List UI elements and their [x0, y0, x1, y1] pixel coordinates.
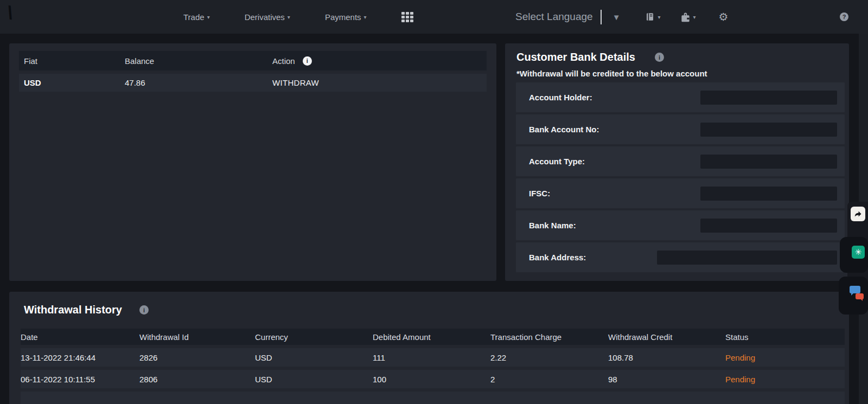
- table-row: 13-11-2022 21:46:44 2826 USD 111 2.22 10…: [21, 348, 845, 367]
- field-label: Bank Account No:: [529, 125, 599, 134]
- chevron-down-icon: ▾: [658, 14, 660, 20]
- cell-currency: USD: [255, 375, 373, 384]
- bank-details-title: Customer Bank Details: [516, 51, 635, 63]
- field-row-ifsc: IFSC:: [516, 178, 845, 208]
- col-debited-amount: Debited Amount: [373, 332, 490, 342]
- customer-bank-details-panel: Customer Bank Details i *Withdrawal will…: [505, 43, 849, 281]
- col-transaction-charge: Transaction Charge: [490, 332, 608, 342]
- chevron-down-icon: ▾: [207, 14, 210, 20]
- cell-withdrawal-id: 2826: [139, 353, 255, 362]
- cell-debited-amount: 111: [373, 353, 490, 362]
- logo-mark: \: [7, 2, 14, 24]
- field-row-bank-name: Bank Name:: [516, 210, 845, 240]
- fiat-table-header: Fiat Balance Action i: [19, 51, 487, 70]
- field-row-bank-account-no: Bank Account No:: [516, 114, 845, 144]
- col-withdrawal-id: Withdrawal Id: [139, 332, 255, 342]
- divider: [601, 10, 602, 24]
- action-info-icon[interactable]: i: [303, 56, 312, 66]
- chevron-down-icon: ▾: [364, 14, 367, 20]
- ifsc-input[interactable]: [700, 187, 837, 201]
- wallet-lock-icon: [680, 11, 691, 23]
- cell-date: 13-11-2022 21:46:44: [21, 353, 139, 362]
- col-date: Date: [21, 332, 139, 342]
- header-right-cluster: Select Language ▼ ▾ ▾ ⚙: [515, 0, 728, 34]
- status-badge: Pending: [725, 375, 845, 384]
- withdrawal-history-table: Date Withdrawal Id Currency Debited Amou…: [21, 329, 845, 404]
- language-dropdown-icon[interactable]: ▼: [612, 12, 621, 22]
- fiat-balance: 47.86: [120, 78, 267, 87]
- fiat-table: Fiat Balance Action i USD 47.86 WITHDRAW: [19, 51, 487, 92]
- fiat-balance-panel: Fiat Balance Action i USD 47.86 WITHDRAW: [9, 43, 496, 281]
- withdrawal-history-info-icon[interactable]: i: [139, 305, 149, 315]
- account-type-input[interactable]: [700, 155, 837, 169]
- withdrawal-credit-note: *Withdrawal will be credited to the belo…: [516, 69, 707, 78]
- chevron-down-icon: ▾: [288, 14, 290, 20]
- chatgpt-extension-icon[interactable]: ✳: [852, 246, 865, 259]
- field-row-bank-address: Bank Address:: [516, 242, 845, 272]
- wallet-menu[interactable]: ▾: [680, 11, 696, 23]
- cell-withdrawal-id: 2806: [139, 375, 255, 384]
- fiat-row-usd: USD 47.86 WITHDRAW: [19, 74, 487, 92]
- fiat-currency: USD: [19, 78, 120, 87]
- table-row-partial: [21, 392, 845, 404]
- cell-debited-amount: 100: [373, 375, 490, 384]
- bank-name-input[interactable]: [700, 219, 837, 233]
- field-label: IFSC:: [529, 189, 550, 198]
- withdrawal-history-header: Date Withdrawal Id Currency Debited Amou…: [21, 329, 845, 345]
- settings-gear-icon[interactable]: ⚙: [719, 11, 729, 22]
- nav-derivatives[interactable]: Derivatives ▾: [245, 12, 290, 22]
- main-nav: Trade ▾ Derivatives ▾ Payments ▾: [183, 0, 413, 34]
- field-label: Bank Name:: [529, 221, 576, 230]
- share-arrow-icon[interactable]: [851, 207, 865, 221]
- chevron-down-icon: ▾: [693, 14, 696, 20]
- cell-withdrawal-credit: 108.78: [608, 353, 725, 362]
- bank-details-info-icon[interactable]: i: [655, 53, 664, 62]
- orders-book-icon: [645, 12, 655, 22]
- field-label: Bank Address:: [529, 253, 586, 262]
- col-balance: Balance: [120, 56, 267, 66]
- field-row-account-holder: Account Holder:: [516, 82, 845, 112]
- withdrawal-history-panel: Withdrawal History i Date Withdrawal Id …: [9, 292, 849, 404]
- status-badge: Pending: [725, 353, 845, 362]
- nav-payments[interactable]: Payments ▾: [325, 12, 367, 22]
- cell-withdrawal-credit: 98: [608, 375, 725, 384]
- col-currency: Currency: [255, 332, 373, 342]
- nav-trade[interactable]: Trade ▾: [183, 12, 210, 22]
- field-label: Account Holder:: [529, 93, 592, 102]
- cell-date: 06-11-2022 10:11:55: [21, 375, 139, 384]
- withdrawal-history-title: Withdrawal History: [24, 304, 122, 316]
- bank-account-no-input[interactable]: [700, 123, 837, 137]
- cell-transaction-charge: 2.22: [490, 353, 608, 362]
- bank-address-input[interactable]: [657, 251, 837, 265]
- chat-bubble-blue: [850, 286, 860, 293]
- cell-transaction-charge: 2: [490, 375, 608, 384]
- account-holder-input[interactable]: [700, 91, 837, 105]
- orders-menu[interactable]: ▾: [645, 12, 660, 22]
- field-label: Account Type:: [529, 157, 585, 166]
- table-row: 06-11-2022 10:11:55 2806 USD 100 2 98 Pe…: [21, 370, 845, 388]
- field-row-account-type: Account Type:: [516, 146, 845, 176]
- bank-fields-list: Account Holder: Bank Account No: Account…: [516, 82, 845, 272]
- col-action: Action: [272, 56, 295, 66]
- col-fiat: Fiat: [19, 56, 120, 66]
- select-language[interactable]: Select Language: [515, 11, 593, 23]
- apps-grid-icon[interactable]: [401, 12, 413, 22]
- chat-bubble-red: [856, 293, 864, 299]
- top-navigation-bar: \ Trade ▾ Derivatives ▾ Payments ▾ Selec…: [0, 0, 868, 34]
- withdraw-button[interactable]: WITHDRAW: [272, 78, 319, 87]
- col-status: Status: [725, 332, 845, 342]
- col-withdrawal-credit: Withdrawal Credit: [608, 332, 725, 342]
- cell-currency: USD: [255, 353, 373, 362]
- chat-bubbles-extension-icon[interactable]: [850, 286, 865, 303]
- help-icon[interactable]: ?: [840, 12, 848, 21]
